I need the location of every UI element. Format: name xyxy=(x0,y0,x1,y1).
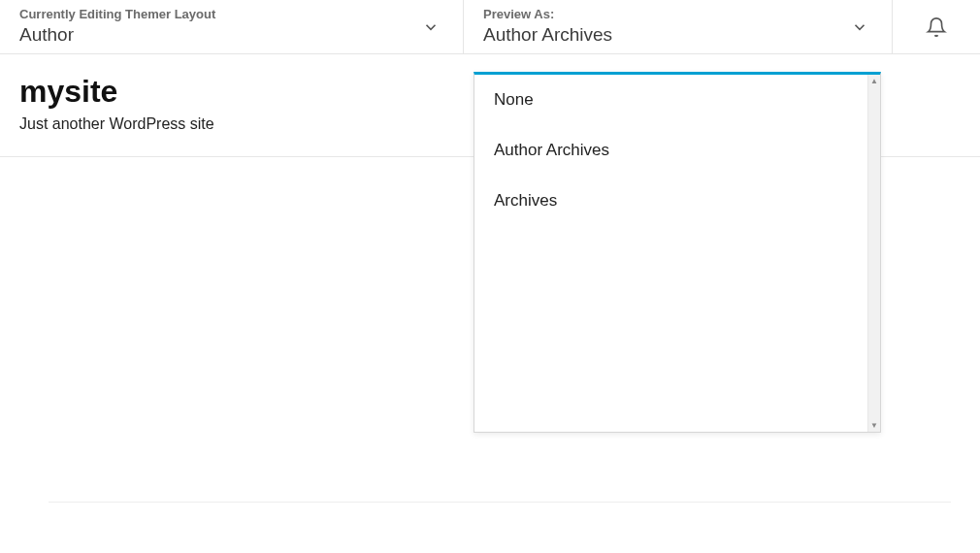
footer-divider xyxy=(49,502,951,503)
chevron-down-icon[interactable] xyxy=(851,18,868,36)
scroll-up-icon[interactable]: ▲ xyxy=(868,75,880,87)
preview-as-label: Preview As: xyxy=(483,7,872,23)
dropdown-list: None Author Archives Archives xyxy=(474,75,867,432)
preview-as-selector[interactable]: Preview As: Author Archives xyxy=(464,0,893,53)
top-bar: Currently Editing Themer Layout Author P… xyxy=(0,0,980,54)
editing-layout-label: Currently Editing Themer Layout xyxy=(19,7,443,23)
dropdown-item-archives[interactable]: Archives xyxy=(474,176,867,226)
editing-layout-value: Author xyxy=(19,23,443,48)
scroll-down-icon[interactable]: ▼ xyxy=(868,419,880,432)
preview-as-dropdown: None Author Archives Archives ▲ ▼ xyxy=(474,72,881,433)
chevron-down-icon[interactable] xyxy=(422,18,440,36)
editing-layout-selector[interactable]: Currently Editing Themer Layout Author xyxy=(0,0,464,53)
dropdown-item-author-archives[interactable]: Author Archives xyxy=(474,125,867,176)
dropdown-item-none[interactable]: None xyxy=(474,75,867,125)
preview-as-value: Author Archives xyxy=(483,23,872,48)
scrollbar[interactable]: ▲ ▼ xyxy=(867,75,880,432)
bell-icon[interactable] xyxy=(926,16,947,38)
notifications-section xyxy=(893,0,980,53)
